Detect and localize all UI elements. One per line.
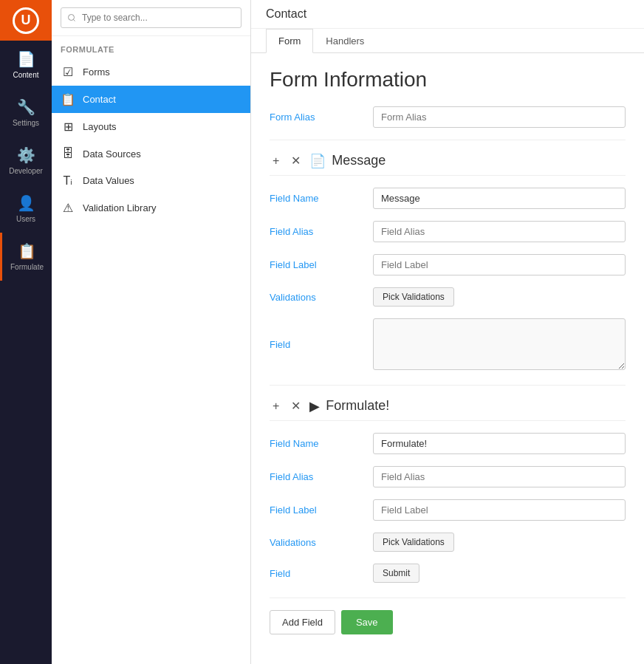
page-title: Contact — [251, 0, 644, 29]
content-icon: 📄 — [17, 50, 35, 68]
formulate-field-name-label: Field Name — [270, 438, 358, 449]
nav-label-users: Users — [16, 215, 35, 223]
icon-nav: U 📄 Content 🔧 Settings ⚙️ Developer 👤 Us… — [0, 0, 52, 664]
message-field-label-input[interactable] — [373, 254, 626, 275]
formulate-field-label-input[interactable] — [373, 499, 626, 521]
formulate-field-title: Formulate! — [326, 398, 389, 414]
field-section-message: + ✕ 📄 Message Field Name Field Alias Fie… — [270, 152, 626, 370]
nav-label-developer: Developer — [9, 167, 43, 175]
sidebar-item-data-sources[interactable]: 🗄 Data Sources — [52, 140, 250, 167]
data-sources-icon: 🗄 — [61, 147, 75, 160]
main-content: Contact Form Handlers Form Information F… — [251, 0, 644, 664]
add-field-before-message-button[interactable]: + — [270, 153, 282, 169]
save-button[interactable]: Save — [341, 610, 393, 634]
message-field-label-label: Field Label — [270, 259, 358, 270]
settings-icon: 🔧 — [17, 98, 35, 116]
message-field-name-label: Field Name — [270, 193, 358, 204]
nav-item-users[interactable]: 👤 Users — [0, 185, 52, 233]
validation-icon: ⚠ — [61, 201, 75, 215]
tab-handlers[interactable]: Handlers — [313, 29, 377, 53]
submit-button-display: Submit — [373, 564, 419, 583]
field-section-header-message: + ✕ 📄 Message — [270, 152, 626, 176]
contact-label: Contact — [83, 94, 116, 105]
nav-label-formulate: Formulate — [10, 263, 44, 271]
remove-message-field-button[interactable]: ✕ — [288, 152, 304, 169]
formulate-field-label-row: Field Label — [270, 499, 626, 521]
developer-icon: ⚙️ — [17, 146, 35, 164]
nav-label-content: Content — [13, 71, 38, 79]
main-tabs: Form Handlers — [251, 29, 644, 53]
form-alias-label: Form Alias — [270, 112, 358, 123]
formulate-field-name-row: Field Name — [270, 433, 626, 454]
nav-item-settings[interactable]: 🔧 Settings — [0, 89, 52, 137]
sidebar-item-validation-library[interactable]: ⚠ Validation Library — [52, 194, 250, 222]
tab-form[interactable]: Form — [266, 29, 313, 53]
message-field-textarea[interactable] — [373, 318, 626, 370]
message-pick-validations-button[interactable]: Pick Validations — [373, 287, 454, 307]
sidebar-section-label: FORMULATE — [52, 36, 250, 58]
add-field-button[interactable]: Add Field — [270, 610, 335, 634]
field-section-formulate: + ✕ ▶ Formulate! Field Name Field Alias … — [270, 397, 626, 583]
field-section-header-formulate: + ✕ ▶ Formulate! — [270, 397, 626, 421]
formulate-field-alias-label: Field Alias — [270, 471, 358, 482]
message-validations-row: Validations Pick Validations — [270, 287, 626, 307]
message-validations-label: Validations — [270, 292, 358, 303]
nav-item-formulate[interactable]: 📋 Formulate — [0, 233, 52, 281]
message-field-name-row: Field Name — [270, 188, 626, 209]
message-field-alias-row: Field Alias — [270, 221, 626, 242]
contact-icon: 📋 — [61, 92, 75, 106]
add-field-before-formulate-button[interactable]: + — [270, 398, 282, 414]
form-alias-row: Form Alias — [270, 106, 626, 128]
formulate-field-name-input[interactable] — [373, 433, 626, 454]
form-title: Form Information — [270, 68, 626, 92]
message-field-doc-icon: 📄 — [309, 153, 326, 169]
sidebar-item-data-values[interactable]: Tᵢ Data Values — [52, 167, 250, 194]
validation-label: Validation Library — [83, 202, 156, 213]
section-divider-2 — [270, 385, 626, 386]
message-field-title: Message — [332, 153, 386, 168]
data-sources-label: Data Sources — [83, 148, 141, 160]
formulate-validations-label: Validations — [270, 537, 358, 548]
cursor-icon: ▶ — [309, 398, 320, 414]
sidebar: FORMULATE ☑ Forms 📋 Contact ⊞ Layouts 🗄 … — [52, 0, 251, 664]
forms-icon: ☑ — [61, 65, 75, 79]
message-field-label2: Field — [270, 339, 358, 350]
data-values-icon: Tᵢ — [61, 174, 75, 188]
formulate-field-alias-row: Field Alias — [270, 466, 626, 487]
sidebar-item-layouts[interactable]: ⊞ Layouts — [52, 113, 250, 140]
message-field-row: Field — [270, 318, 626, 370]
section-divider-1 — [270, 140, 626, 140]
nav-item-developer[interactable]: ⚙️ Developer — [0, 137, 52, 185]
formulate-field-row: Field Submit — [270, 564, 626, 583]
formulate-icon: 📋 — [18, 242, 36, 260]
formulate-field-label2: Field — [270, 568, 358, 579]
sidebar-item-contact[interactable]: 📋 Contact — [52, 86, 250, 113]
form-alias-input[interactable] — [373, 106, 626, 128]
layouts-icon: ⊞ — [61, 120, 75, 134]
message-field-label-row: Field Label — [270, 254, 626, 275]
form-content: Form Information Form Alias + ✕ 📄 Messag… — [251, 53, 644, 649]
search-input[interactable] — [61, 7, 242, 28]
layouts-label: Layouts — [83, 121, 117, 132]
data-values-label: Data Values — [83, 175, 134, 186]
formulate-pick-validations-button[interactable]: Pick Validations — [373, 533, 454, 552]
remove-formulate-field-button[interactable]: ✕ — [288, 397, 304, 414]
app-logo[interactable]: U — [0, 0, 52, 41]
message-field-alias-label: Field Alias — [270, 226, 358, 237]
message-field-name-input[interactable] — [373, 188, 626, 209]
sidebar-item-forms[interactable]: ☑ Forms — [52, 58, 250, 86]
formulate-field-alias-input[interactable] — [373, 466, 626, 487]
formulate-field-label-label: Field Label — [270, 504, 358, 516]
forms-label: Forms — [83, 66, 110, 78]
users-icon: 👤 — [17, 194, 35, 212]
formulate-validations-row: Validations Pick Validations — [270, 533, 626, 552]
sidebar-search-container — [52, 0, 250, 36]
message-field-alias-input[interactable] — [373, 221, 626, 242]
nav-label-settings: Settings — [13, 119, 39, 127]
logo-circle: U — [13, 7, 39, 34]
bottom-actions: Add Field Save — [270, 598, 626, 634]
nav-item-content[interactable]: 📄 Content — [0, 41, 52, 89]
